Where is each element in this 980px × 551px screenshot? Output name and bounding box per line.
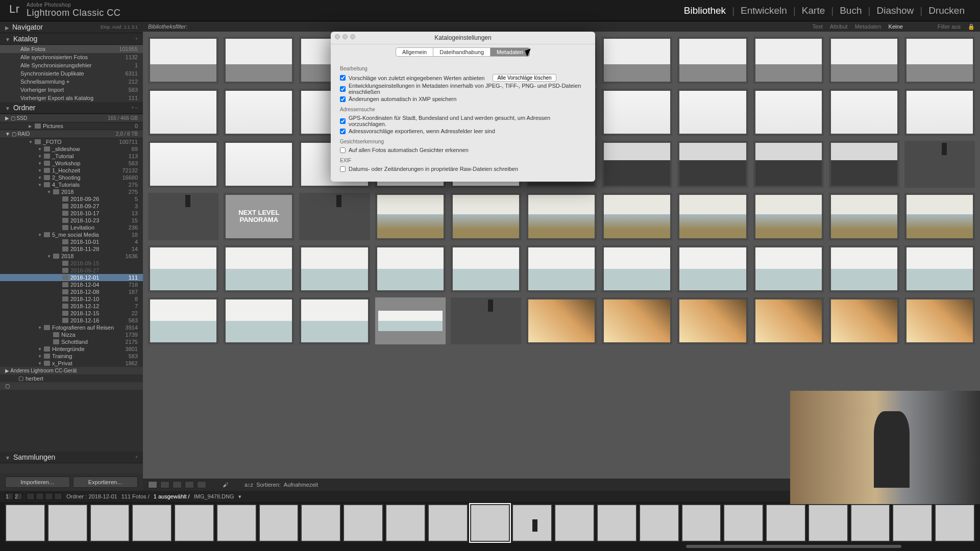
filter-text[interactable]: Text (813, 23, 823, 30)
filmstrip-cell[interactable] (766, 504, 806, 542)
folder-item[interactable]: ▼2018275 (0, 188, 143, 195)
folder-item[interactable]: ▼4_Tutorials275 (0, 181, 143, 188)
clear-suggestions-button[interactable]: Alle Vorschläge löschen (493, 74, 556, 82)
catalog-item[interactable]: Alle synchronisierten Fotos1132 (0, 53, 143, 61)
cb-dev-in-meta[interactable] (340, 86, 346, 92)
catalog-item[interactable]: Alle Synchronisierungsfehler1 (0, 61, 143, 69)
folder-item[interactable]: 2018-09-15 (0, 260, 143, 267)
grid-cell[interactable] (224, 297, 294, 344)
folder-item[interactable]: Levitation236 (0, 224, 143, 231)
filter-off[interactable]: Filter aus (938, 23, 961, 30)
filmstrip-cell[interactable] (259, 504, 299, 542)
folder-item[interactable]: ▼Hintergründe3801 (0, 345, 143, 353)
grid-cell[interactable] (375, 245, 446, 292)
folder-item[interactable]: 2018-09-273 (0, 203, 143, 210)
cb-raw-date[interactable] (340, 166, 346, 172)
folder-pictures[interactable]: ▶Pictures 0 (0, 122, 143, 130)
cb-auto-xmp[interactable] (340, 96, 346, 102)
grid-cell[interactable] (148, 89, 218, 136)
folder-item[interactable]: 2018-12-16583 (0, 317, 143, 324)
folder-item[interactable]: 2018-09-27 (0, 267, 143, 274)
painter-icon[interactable]: 🖌 (223, 482, 228, 488)
grid-cell[interactable] (148, 245, 218, 292)
grid-cell[interactable] (299, 193, 370, 240)
folder-item[interactable]: 2018-12-1522 (0, 310, 143, 317)
sort-dir-icon[interactable]: a↕z (244, 482, 253, 488)
grid-cell[interactable] (602, 37, 672, 84)
filmstrip-cell[interactable] (132, 504, 172, 542)
grid-cell[interactable] (753, 37, 824, 84)
cb-face-detect[interactable] (340, 147, 346, 153)
export-button[interactable]: Exportieren… (73, 477, 138, 488)
compare-view-icon[interactable] (173, 481, 182, 488)
folder-item[interactable]: Schottland2175 (0, 338, 143, 345)
collections-header[interactable]: ▼Sammlungen + (0, 452, 143, 463)
folder-item[interactable]: 2018-10-014 (0, 238, 143, 245)
grid-cell[interactable] (602, 297, 672, 344)
grid-cell[interactable] (829, 141, 899, 188)
filmstrip-cell[interactable] (639, 504, 679, 542)
grid-cell[interactable] (677, 141, 748, 188)
filmstrip-cell[interactable] (512, 504, 552, 542)
filmstrip-cell[interactable] (850, 504, 891, 542)
folder-item[interactable]: 2018-10-2315 (0, 217, 143, 224)
filmstrip-cell[interactable] (681, 504, 722, 542)
grid-cell[interactable] (148, 193, 218, 240)
grid-cell[interactable] (904, 89, 975, 136)
filmstrip-cell[interactable] (301, 504, 341, 542)
grid-cell[interactable] (299, 245, 370, 292)
catalog-item[interactable]: Schnellsammlung +212 (0, 78, 143, 86)
module-book[interactable]: Buch (834, 5, 868, 16)
cb-gps-lookup[interactable] (340, 118, 346, 124)
filter-lock-icon[interactable]: 🔒 (968, 23, 975, 30)
filmstrip-cell[interactable] (47, 504, 88, 542)
grid-view-icon[interactable] (148, 481, 157, 488)
filmstrip-cell[interactable] (723, 504, 764, 542)
grid-cell[interactable] (829, 245, 899, 292)
cb-export-addr[interactable] (340, 129, 346, 134)
folder-item[interactable]: 2018-12-108 (0, 295, 143, 303)
filter-meta[interactable]: Metadaten (855, 23, 881, 30)
grid-cell[interactable] (526, 297, 597, 344)
sort-value[interactable]: Aufnahmezeit (284, 482, 318, 488)
minimize-icon[interactable] (342, 34, 348, 39)
grid-cell[interactable] (224, 89, 294, 136)
path-folder[interactable]: Ordner : 2018-12-01 (66, 493, 117, 499)
grid-cell[interactable] (904, 193, 975, 240)
folder-item[interactable]: ▼2_Shooting16680 (0, 174, 143, 181)
folders-header[interactable]: ▼Ordner + – (0, 102, 143, 114)
filter-none[interactable]: Keine (889, 23, 903, 30)
grid-cell[interactable] (829, 193, 899, 240)
folder-item[interactable]: ▼_slideshow69 (0, 145, 143, 153)
folder-item[interactable]: ▼1_Hochzeit72132 (0, 167, 143, 174)
folder-item[interactable]: ▼Fotografieren auf Reisen3914 (0, 324, 143, 331)
filmstrip-cell[interactable] (935, 504, 975, 542)
grid-cell[interactable] (753, 245, 824, 292)
folder-item[interactable]: Nizza1739 (0, 331, 143, 338)
filmstrip-scrollbar[interactable] (0, 544, 980, 550)
module-print[interactable]: Drucken (922, 5, 971, 16)
folder-item[interactable]: ▼_FOTO100711 (0, 138, 143, 145)
filmstrip-cell[interactable] (597, 504, 637, 542)
catalog-item[interactable]: Vorheriger Import583 (0, 86, 143, 94)
grid-cell[interactable] (148, 141, 218, 188)
filmstrip-cell[interactable] (216, 504, 257, 542)
path-dropdown-icon[interactable]: ▾ (238, 493, 241, 500)
secondary-display-buttons[interactable]: 12 (5, 493, 22, 500)
grid-cell[interactable] (677, 193, 748, 240)
grid-cell[interactable] (904, 245, 975, 292)
survey-view-icon[interactable] (185, 481, 194, 488)
module-library[interactable]: Bibliothek (678, 5, 732, 16)
grid-cell[interactable] (451, 245, 521, 292)
filmstrip-cell[interactable] (892, 504, 933, 542)
grid-cell[interactable] (753, 193, 824, 240)
grid-cell[interactable] (677, 37, 748, 84)
other-devices[interactable]: ▶ Anderes Lightroom CC-Gerät (0, 367, 143, 374)
filmstrip-cell[interactable] (343, 504, 383, 542)
grid-cell[interactable] (224, 141, 294, 188)
folder-item[interactable]: ▼20181636 (0, 253, 143, 260)
filmstrip-cell[interactable] (174, 504, 214, 542)
grid-cell[interactable]: NEXT LEVEL PANORAMA (224, 193, 294, 240)
zoom-icon[interactable] (350, 34, 355, 39)
grid-cell[interactable] (375, 297, 446, 344)
